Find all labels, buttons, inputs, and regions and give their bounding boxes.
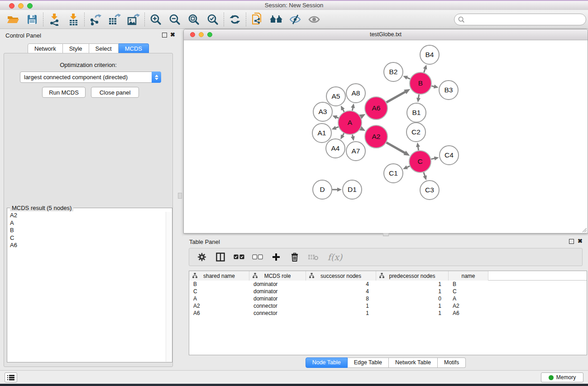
zoom-selected-button[interactable] [203,11,222,28]
export-network-button[interactable] [86,11,105,28]
table-row[interactable]: Adominator80A [189,295,587,302]
gear-button[interactable] [196,252,207,262]
hide-graphics-details-button[interactable] [286,11,305,28]
table-cell[interactable]: C [449,288,488,295]
float-table-panel-icon[interactable] [569,239,574,244]
table-cell[interactable]: dominator [249,281,306,288]
minimize-window-button[interactable] [18,3,24,9]
table-cell[interactable]: B [189,281,249,288]
table-cell[interactable]: A6 [449,310,488,317]
export-table-button[interactable] [105,11,124,28]
float-panel-icon[interactable] [162,33,167,38]
table-cell[interactable]: 1 [306,302,376,310]
import-network-button[interactable] [45,11,64,28]
close-panel-button[interactable]: Close panel [91,87,139,98]
table-panel-title: Table Panel [189,238,220,245]
zoom-out-button[interactable] [165,11,184,28]
table-cell[interactable]: 1 [376,310,449,317]
add-column-button[interactable] [271,252,282,262]
deselect-all-button[interactable] [252,252,263,262]
main-toolbar [0,10,588,29]
gear-icon [197,253,206,262]
network-graph[interactable]: B4B2BB3A5A8A6B1A3AC2A1A2A4A7C4CC1C3DD1 [184,40,588,233]
column-header-MCDS-role[interactable]: MCDS role [249,271,306,281]
close-table-panel-icon[interactable]: ✖ [578,238,583,244]
column-header-name[interactable]: name [449,271,488,281]
columns-button[interactable] [215,252,226,262]
resize-grip[interactable] [581,226,587,233]
mcds-result-item[interactable]: A6 [8,242,166,249]
table-cell[interactable]: A6 [189,310,249,317]
columns-icon [216,253,225,262]
table-cell[interactable]: 1 [306,310,376,317]
close-view-button[interactable] [190,32,195,37]
edge-A6-B[interactable] [387,91,406,102]
zoom-window-button[interactable] [27,3,33,9]
table-cell[interactable]: connector [249,310,306,317]
table-cell[interactable]: 1 [376,302,449,310]
delete-table-button[interactable] [308,252,319,262]
mcds-result-item[interactable]: C [8,234,166,242]
table-row[interactable]: A2connector11A2 [189,302,587,310]
zoom-in-button[interactable] [146,11,165,28]
save-session-button[interactable] [23,11,42,28]
close-window-button[interactable] [9,3,14,9]
new-network-from-selection-button[interactable] [248,11,267,28]
open-session-button[interactable] [4,11,23,28]
run-mcds-button[interactable]: Run MCDS [42,87,86,98]
table-cell[interactable]: A2 [189,302,249,310]
select-all-button[interactable] [234,252,244,262]
import-table-button[interactable] [64,11,83,28]
tab-network-table[interactable]: Network Table [389,357,438,368]
table-cell[interactable]: B [449,281,488,288]
criterion-dropdown[interactable]: largest connected component (directed) [20,71,161,83]
function-builder-button[interactable]: f(x) [326,252,344,262]
table-cell[interactable]: connector [249,302,306,310]
minimize-view-button[interactable] [199,32,204,37]
table-cell[interactable]: 4 [306,288,376,295]
table-cell[interactable]: 1 [376,288,449,295]
table-row[interactable]: Bdominator41B [189,281,587,288]
tab-node-table[interactable]: Node Table [306,357,348,368]
column-header-shared-name[interactable]: shared name [189,271,249,281]
table-cell[interactable]: A2 [449,302,488,310]
table-cell[interactable]: 4 [306,281,376,288]
table-cell[interactable]: 1 [376,281,449,288]
memory-button[interactable]: Memory [541,372,583,382]
tab-edge-table[interactable]: Edge Table [348,357,389,368]
close-panel-icon[interactable]: ✖ [170,31,175,38]
show-graphics-details-button[interactable] [305,11,324,28]
export-image-button[interactable] [124,11,143,28]
network-canvas[interactable]: B4B2BB3A5A8A6B1A3AC2A1A2A4A7C4CC1C3DD1 [184,40,588,233]
edge-A2-C[interactable] [387,143,406,153]
refresh-button[interactable] [225,11,244,28]
first-neighbors-button[interactable] [267,11,286,28]
column-header-predecessor-nodes[interactable]: predecessor nodes [376,271,449,281]
mcds-result-item[interactable]: A2 [8,212,166,219]
table-cell[interactable]: 8 [306,295,376,302]
table-cell[interactable]: 0 [376,295,449,302]
tab-motifs[interactable]: Motifs [438,357,466,368]
mcds-result-item[interactable]: B [8,227,166,234]
table-row[interactable]: Cdominator41C [189,288,587,295]
mcds-result-item[interactable]: A [8,219,166,227]
network-window-titlebar[interactable]: testGlobe.txt [184,29,588,40]
maximize-view-button[interactable] [207,32,212,37]
mcds-result-list[interactable]: A2ABCA6 [8,212,166,362]
column-header-successor-nodes[interactable]: successor nodes [306,271,376,281]
node-table[interactable]: shared nameMCDS rolesuccessor nodesprede… [189,271,587,355]
table-cell[interactable]: dominator [249,295,306,302]
horizontal-splitter-handle[interactable] [383,233,389,236]
delete-column-button[interactable] [289,252,300,262]
task-history-button[interactable] [5,372,17,382]
mcds-scrollbar[interactable] [166,212,172,362]
table-row[interactable]: A6connector11A6 [189,310,587,317]
table-cell[interactable]: A [189,295,249,302]
search-input[interactable] [468,16,586,23]
search-field[interactable] [454,14,586,25]
zoom-fit-button[interactable] [184,11,203,28]
vertical-splitter-handle[interactable] [178,193,182,199]
table-cell[interactable]: A [449,295,488,302]
table-cell[interactable]: C [189,288,249,295]
table-cell[interactable]: dominator [249,288,306,295]
